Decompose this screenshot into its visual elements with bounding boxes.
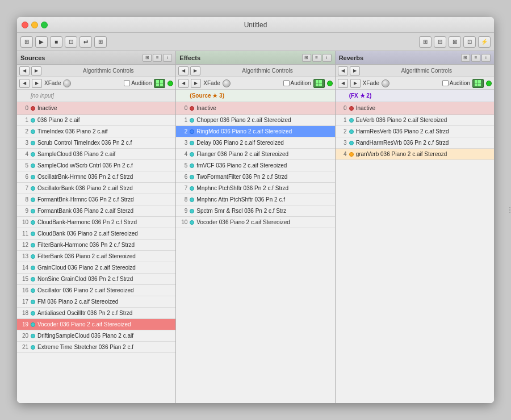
reverbs-icon-list[interactable]: ≡ [471,54,480,62]
toolbar-extra-btn[interactable]: ⊞ [94,36,107,48]
sources-inactive-row[interactable]: 0 Inactive [17,102,175,115]
table-row[interactable]: 10 CloudBank-Harmonc 036 Pn 2 c.f Strzd [17,217,175,228]
reverbs-algo-btn2[interactable]: ▶ [350,66,360,75]
effects-icon-grid[interactable]: ⊞ [302,54,311,62]
effects-algo-btn1[interactable]: ◀ [178,66,189,75]
row-num: 2 [178,128,187,135]
row-num: 8 [178,196,187,203]
effects-inactive-row[interactable]: 0 Inactive [176,102,334,115]
table-row[interactable]: 7 OscillatorBank 036 Piano 2 c.aif Strzd [17,183,175,194]
table-row[interactable]: 9 Spctm Smr & Rscl 036 Pn 2 c.f Strz [176,205,334,217]
row-dot [190,129,194,134]
table-row[interactable]: 18 Antialiased OscillItr 036 Pn 2 c.f St… [17,308,175,319]
sources-icon-info[interactable]: i [163,54,172,62]
table-row[interactable]: 9 FormantBank 036 Piano 2 c.aif Sterzd [17,205,175,217]
table-row[interactable]: 12 FilterBank-Harmonc 036 Pn 2 c.f Strzd [17,240,175,251]
toolbar-right-btn2[interactable]: ⊟ [434,36,446,48]
sources-panel-icons: ⊞ ≡ i [143,54,172,62]
table-row[interactable]: 8 Mnphnc Attn PtchShftr 036 Pn 2 c.f [176,194,334,205]
table-row[interactable]: 2 HarmResVerb 036 Piano 2 c.af Strzd [336,126,494,137]
sources-algo-btn1[interactable]: ◀ [19,66,30,75]
sources-audition-checkbox[interactable] [124,80,130,86]
sources-xfade-knob[interactable] [63,79,71,87]
table-row[interactable]: 14 GrainCloud 036 Piano 2 c.aif Stereoiz… [17,262,175,274]
toolbar-right-btn1[interactable]: ⊞ [419,36,432,48]
toolbar-right-btn4[interactable]: ⊡ [463,36,476,48]
toolbar-play-btn[interactable]: ▶ [35,36,48,48]
table-row[interactable]: 1 EuVerb 036 Piano 2 c.aif Stereoized [336,115,494,126]
minimize-button[interactable] [31,22,38,28]
reverbs-xfade-knob[interactable] [382,79,389,87]
effects-icon-info[interactable]: i [322,54,332,62]
effects-grid-toggle[interactable] [313,79,325,88]
table-row[interactable]: 17 FM 036 Piano 2 c.aif Stereoized [17,296,175,308]
effects-xfade-btn1[interactable]: ◀ [178,79,189,88]
toolbar-right-btn3[interactable]: ⊠ [449,36,461,48]
table-row[interactable]: 4 SampleCloud 036 Piano 2 c.aif [17,149,175,160]
table-row[interactable]: 5 SampleClod w/Scrb Cntrl 036 Pn 2 c.f [17,160,175,171]
row-num: 9 [19,208,28,214]
table-row[interactable]: 2 TimeIndex 036 Piano 2 c.aif [17,126,175,137]
table-row[interactable]: 6 TwoFormantFilter 036 Pn 2 c.f Strzd [176,171,334,183]
effects-algo-bar: ◀ ▶ Algorithmic Controls [176,65,334,77]
sources-xfade-btn1[interactable]: ◀ [19,79,30,88]
reverbs-algo-btn1[interactable]: ◀ [338,66,348,75]
table-row-selected[interactable]: 2 RingMod 036 Piano 2 c.aif Stereoized [176,126,334,137]
table-row[interactable]: 20 DriftingSampleCloud 036 Piano 2 c.aif [17,330,175,342]
table-row[interactable]: 5 fmVCF 036 Piano 2 c.aif Stereoized [176,160,334,171]
toolbar-record-btn[interactable]: ⊡ [65,36,77,48]
row-num: 3 [338,140,347,146]
row-label: Flanger 036 Piano 2 c.aif Stereoized [196,151,332,157]
table-row[interactable]: 3 Delay 036 Piano 2 c.aif Stereoized [176,137,334,149]
effects-active-dot [327,81,333,86]
effects-xfade-knob[interactable] [223,79,231,87]
table-row[interactable]: 3 Scrub Control TimeIndex 036 Pn 2 c.f [17,137,175,149]
row-label: Scrub Control TimeIndex 036 Pn 2 c.f [37,140,173,146]
row-label: RandHarmResVrb 036 Pn 2 c.f Strzd [356,140,492,146]
table-row[interactable]: 11 CloudBank 036 Piano 2 c.aif Stereoize… [17,228,175,240]
effects-icon-list[interactable]: ≡ [312,54,321,62]
table-row[interactable]: 13 FilterBank 036 Piano 2 c.aif Stereoiz… [17,251,175,262]
maximize-button[interactable] [41,22,48,28]
table-row[interactable]: 10 Vocoder 036 Piano 2 c.aif Stereoized [176,217,334,228]
reverbs-grid-toggle[interactable] [472,79,484,88]
close-button[interactable] [22,22,28,28]
toolbar-grid-btn[interactable]: ⊞ [20,36,33,48]
table-row[interactable]: 21 Extreme Time Stretcher 036 Pian 2 c.f [17,342,175,353]
sources-grid-toggle[interactable] [154,79,165,88]
toolbar-right-btn5[interactable]: ⚡ [478,36,491,48]
table-row[interactable]: 8 FormantBnk-Hrmnc 036 Pn 2 c.f Strzd [17,194,175,205]
effects-panel: Effects ⊞ ≡ i ◀ ▶ Algorithmic Controls ◀… [176,51,335,403]
reverbs-xfade-btn1[interactable]: ◀ [338,79,348,88]
row-dot [31,334,35,338]
reverbs-audition-checkbox[interactable] [442,80,449,86]
table-row[interactable]: 1 Chopper 036 Piano 2 c.aif Stereoized [176,115,334,126]
reverbs-icon-grid[interactable]: ⊞ [461,54,470,62]
sources-icon-list[interactable]: ≡ [153,54,162,62]
reverbs-title: Reverbs [339,54,363,61]
table-row[interactable]: 7 Mnphnc PtchShftr 036 Pn 2 c.f Strzd [176,183,334,194]
table-row-selected[interactable]: 19 Vocoder 036 Piano 2 c.aif Stereoized [17,319,175,330]
row-num: 19 [19,321,28,327]
effects-audition-checkbox[interactable] [283,80,290,86]
table-row[interactable]: 16 Oscillator 036 Piano 2 c.aif Stereoiz… [17,285,175,296]
effects-algo-btn2[interactable]: ▶ [190,66,200,75]
toolbar-swap-btn[interactable]: ⇄ [79,36,92,48]
reverbs-inactive-row[interactable]: 0 Inactive [336,102,494,115]
sources-icon-grid[interactable]: ⊞ [143,54,152,62]
table-row[interactable]: 3 RandHarmResVrb 036 Pn 2 c.f Strzd [336,137,494,149]
sources-xfade-btn2[interactable]: ▶ [32,79,42,88]
effects-xfade-bar: ◀ ▶ XFade Audition [176,77,334,90]
toolbar-stop-btn[interactable]: ■ [50,36,62,48]
sources-algo-btn2[interactable]: ▶ [31,66,41,75]
row-num: 17 [19,299,28,305]
table-row[interactable]: 1 036 Piano 2 c.aif [17,115,175,126]
table-row[interactable]: 4 Flanger 036 Piano 2 c.aif Stereoized [176,149,334,160]
table-row[interactable]: 4 granVerb 036 Piano 2 c.aif Stereozd [336,149,494,160]
row-dot [31,254,35,259]
reverbs-xfade-btn2[interactable]: ▶ [350,79,361,88]
table-row[interactable]: 6 OscillatrBnk-Hrmnc 036 Pn 2 c.f Strzd [17,171,175,183]
table-row[interactable]: 15 NonSine GrainClod 036 Pn 2 c.f Strzd [17,274,175,285]
reverbs-icon-info[interactable]: i [481,54,491,62]
effects-xfade-btn2[interactable]: ▶ [191,79,201,88]
